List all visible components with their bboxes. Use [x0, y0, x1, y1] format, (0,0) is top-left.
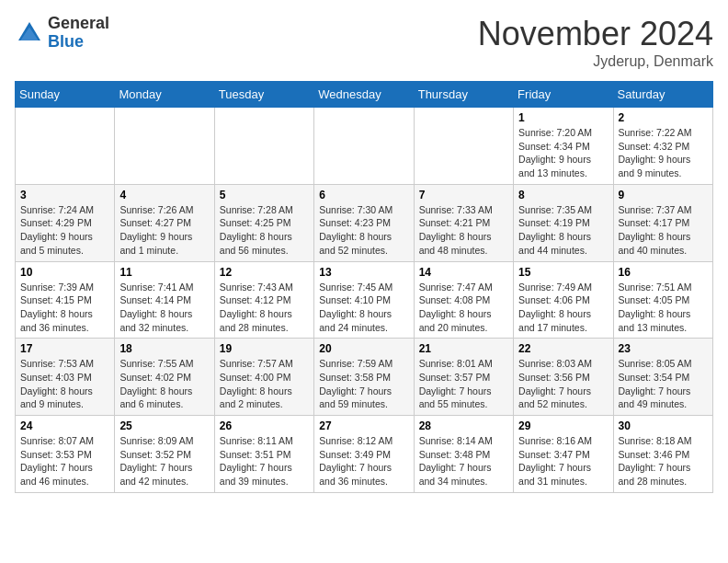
calendar-cell: 22Sunrise: 8:03 AM Sunset: 3:56 PM Dayli…	[514, 339, 613, 416]
day-number: 4	[119, 189, 209, 201]
calendar-week-4: 17Sunrise: 7:53 AM Sunset: 4:03 PM Dayli…	[16, 339, 713, 416]
day-info: Sunrise: 8:12 AM Sunset: 3:49 PM Dayligh…	[319, 434, 408, 488]
day-info: Sunrise: 7:26 AM Sunset: 4:27 PM Dayligh…	[119, 203, 209, 258]
calendar-cell: 23Sunrise: 8:05 AM Sunset: 3:54 PM Dayli…	[613, 339, 712, 416]
day-info: Sunrise: 7:20 AM Sunset: 4:34 PM Dayligh…	[518, 126, 608, 180]
day-info: Sunrise: 8:07 AM Sunset: 3:53 PM Dayligh…	[20, 434, 109, 488]
calendar-cell: 16Sunrise: 7:51 AM Sunset: 4:05 PM Dayli…	[613, 261, 712, 339]
header-thursday: Thursday	[414, 82, 513, 108]
day-info: Sunrise: 7:43 AM Sunset: 4:12 PM Dayligh…	[220, 281, 309, 335]
day-number: 17	[20, 342, 109, 355]
calendar-cell: 26Sunrise: 8:11 AM Sunset: 3:51 PM Dayli…	[214, 416, 313, 493]
day-number: 30	[619, 419, 708, 432]
calendar-cell: 12Sunrise: 7:43 AM Sunset: 4:12 PM Dayli…	[214, 261, 313, 339]
header-saturday: Saturday	[613, 82, 712, 108]
day-info: Sunrise: 8:16 AM Sunset: 3:47 PM Dayligh…	[518, 434, 608, 488]
day-number: 11	[119, 266, 209, 279]
header: General Blue November 2024 Jyderup, Denm…	[15, 15, 713, 70]
calendar-cell: 24Sunrise: 8:07 AM Sunset: 3:53 PM Dayli…	[16, 416, 115, 493]
calendar-week-3: 10Sunrise: 7:39 AM Sunset: 4:15 PM Dayli…	[16, 261, 713, 339]
day-info: Sunrise: 8:03 AM Sunset: 3:56 PM Dayligh…	[518, 357, 608, 411]
day-number: 25	[119, 419, 209, 432]
calendar-week-5: 24Sunrise: 8:07 AM Sunset: 3:53 PM Dayli…	[16, 416, 713, 493]
day-number: 13	[319, 266, 408, 279]
day-info: Sunrise: 8:11 AM Sunset: 3:51 PM Dayligh…	[220, 434, 309, 488]
day-info: Sunrise: 8:05 AM Sunset: 3:54 PM Dayligh…	[619, 357, 708, 411]
calendar-cell	[16, 108, 115, 185]
day-number: 28	[419, 419, 508, 432]
location: Jyderup, Denmark	[478, 53, 713, 70]
day-number: 1	[518, 111, 608, 124]
day-number: 16	[619, 266, 708, 279]
header-wednesday: Wednesday	[314, 82, 414, 108]
calendar-cell: 19Sunrise: 7:57 AM Sunset: 4:00 PM Dayli…	[214, 339, 313, 416]
day-info: Sunrise: 7:30 AM Sunset: 4:23 PM Dayligh…	[319, 203, 408, 258]
calendar-week-2: 3Sunrise: 7:24 AM Sunset: 4:29 PM Daylig…	[16, 184, 713, 261]
day-number: 8	[518, 189, 608, 201]
day-info: Sunrise: 7:55 AM Sunset: 4:02 PM Dayligh…	[119, 357, 209, 411]
calendar-cell: 3Sunrise: 7:24 AM Sunset: 4:29 PM Daylig…	[16, 184, 115, 261]
calendar-week-1: 1Sunrise: 7:20 AM Sunset: 4:34 PM Daylig…	[16, 108, 713, 185]
calendar-cell: 4Sunrise: 7:26 AM Sunset: 4:27 PM Daylig…	[115, 184, 214, 261]
calendar-cell: 21Sunrise: 8:01 AM Sunset: 3:57 PM Dayli…	[414, 339, 513, 416]
calendar-cell: 15Sunrise: 7:49 AM Sunset: 4:06 PM Dayli…	[514, 261, 613, 339]
day-number: 5	[220, 189, 309, 201]
calendar-cell: 9Sunrise: 7:37 AM Sunset: 4:17 PM Daylig…	[613, 184, 712, 261]
day-info: Sunrise: 7:24 AM Sunset: 4:29 PM Dayligh…	[20, 203, 109, 258]
calendar-cell	[314, 108, 414, 185]
header-tuesday: Tuesday	[214, 82, 313, 108]
logo-blue-text: Blue	[48, 33, 109, 52]
day-number: 3	[20, 189, 109, 201]
calendar-cell: 11Sunrise: 7:41 AM Sunset: 4:14 PM Dayli…	[115, 261, 214, 339]
day-info: Sunrise: 7:35 AM Sunset: 4:19 PM Dayligh…	[518, 203, 608, 258]
calendar-cell: 5Sunrise: 7:28 AM Sunset: 4:25 PM Daylig…	[214, 184, 313, 261]
calendar-cell: 25Sunrise: 8:09 AM Sunset: 3:52 PM Dayli…	[115, 416, 214, 493]
logo-icon	[15, 18, 44, 48]
day-number: 20	[319, 342, 408, 355]
logo-general-text: General	[48, 15, 109, 33]
calendar-cell: 28Sunrise: 8:14 AM Sunset: 3:48 PM Dayli…	[414, 416, 513, 493]
day-number: 7	[419, 189, 508, 201]
day-info: Sunrise: 7:22 AM Sunset: 4:32 PM Dayligh…	[619, 126, 708, 180]
day-number: 10	[20, 266, 109, 279]
calendar-cell	[214, 108, 313, 185]
calendar-cell: 27Sunrise: 8:12 AM Sunset: 3:49 PM Dayli…	[314, 416, 414, 493]
day-info: Sunrise: 7:49 AM Sunset: 4:06 PM Dayligh…	[518, 281, 608, 335]
day-info: Sunrise: 7:39 AM Sunset: 4:15 PM Dayligh…	[20, 281, 109, 335]
day-number: 26	[220, 419, 309, 432]
calendar-header: Sunday Monday Tuesday Wednesday Thursday…	[16, 82, 713, 108]
day-info: Sunrise: 7:33 AM Sunset: 4:21 PM Dayligh…	[419, 203, 508, 258]
day-number: 12	[220, 266, 309, 279]
calendar-cell: 29Sunrise: 8:16 AM Sunset: 3:47 PM Dayli…	[514, 416, 613, 493]
header-friday: Friday	[514, 82, 613, 108]
calendar-cell: 14Sunrise: 7:47 AM Sunset: 4:08 PM Dayli…	[414, 261, 513, 339]
day-number: 2	[619, 111, 708, 124]
day-info: Sunrise: 8:18 AM Sunset: 3:46 PM Dayligh…	[619, 434, 708, 488]
day-info: Sunrise: 8:14 AM Sunset: 3:48 PM Dayligh…	[419, 434, 508, 488]
day-info: Sunrise: 7:41 AM Sunset: 4:14 PM Dayligh…	[119, 281, 209, 335]
day-number: 22	[518, 342, 608, 355]
day-number: 18	[119, 342, 209, 355]
day-info: Sunrise: 7:59 AM Sunset: 3:58 PM Dayligh…	[319, 357, 408, 411]
calendar-body: 1Sunrise: 7:20 AM Sunset: 4:34 PM Daylig…	[16, 108, 713, 493]
calendar-cell: 7Sunrise: 7:33 AM Sunset: 4:21 PM Daylig…	[414, 184, 513, 261]
calendar-cell	[414, 108, 513, 185]
calendar-cell: 30Sunrise: 8:18 AM Sunset: 3:46 PM Dayli…	[613, 416, 712, 493]
day-number: 27	[319, 419, 408, 432]
day-info: Sunrise: 7:37 AM Sunset: 4:17 PM Dayligh…	[619, 203, 708, 258]
month-title: November 2024	[478, 15, 713, 53]
header-row: Sunday Monday Tuesday Wednesday Thursday…	[16, 82, 713, 108]
day-number: 15	[518, 266, 608, 279]
calendar-cell: 8Sunrise: 7:35 AM Sunset: 4:19 PM Daylig…	[514, 184, 613, 261]
calendar-cell: 17Sunrise: 7:53 AM Sunset: 4:03 PM Dayli…	[16, 339, 115, 416]
title-area: November 2024 Jyderup, Denmark	[478, 15, 713, 70]
day-info: Sunrise: 7:28 AM Sunset: 4:25 PM Dayligh…	[220, 203, 309, 258]
calendar-cell: 18Sunrise: 7:55 AM Sunset: 4:02 PM Dayli…	[115, 339, 214, 416]
day-info: Sunrise: 7:53 AM Sunset: 4:03 PM Dayligh…	[20, 357, 109, 411]
logo: General Blue	[15, 15, 109, 52]
day-number: 29	[518, 419, 608, 432]
day-number: 9	[619, 189, 708, 201]
day-number: 21	[419, 342, 508, 355]
header-sunday: Sunday	[16, 82, 115, 108]
day-number: 6	[319, 189, 408, 201]
